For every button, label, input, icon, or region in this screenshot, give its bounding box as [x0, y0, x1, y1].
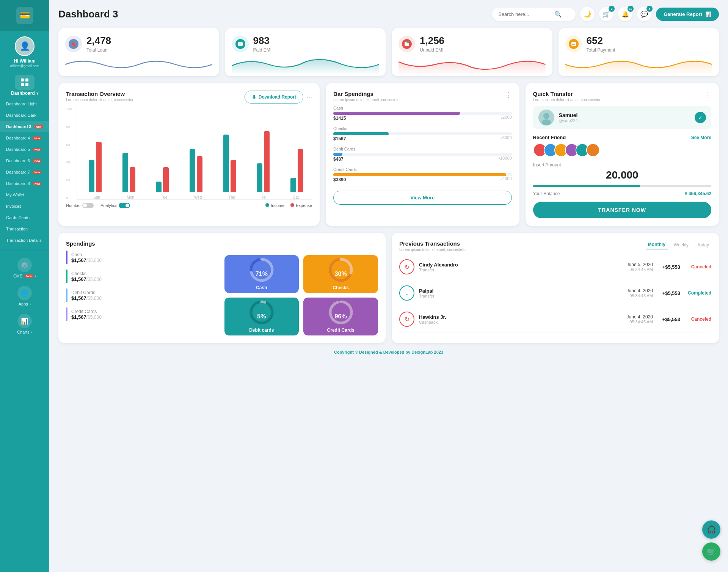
qt-user-handle: @sam224	[559, 118, 578, 123]
stat-card-total-payment: 652 Total Payment	[559, 28, 719, 76]
amount-slider[interactable]	[533, 185, 711, 187]
bar-spending-items: Cash $1415 /2000 Checks $1567 /5000 Debi…	[333, 106, 511, 182]
see-more-link[interactable]: See More	[691, 135, 711, 140]
quick-transfer-card: Quick Transfer Lorem ipsum dolor sit ame…	[526, 83, 719, 226]
tab-today[interactable]: Today	[695, 241, 711, 249]
insert-amount-label: Insert Amount	[533, 162, 711, 168]
dashboard-icon	[15, 75, 35, 90]
paid-emi-value: 983	[253, 35, 272, 47]
cart-button[interactable]: 🛒 2	[599, 7, 613, 21]
sidebar-item-dashboard3[interactable]: Dashboard 3 New	[0, 121, 49, 132]
bell-button[interactable]: 🔔 12	[618, 7, 632, 21]
search-icon: 🔍	[554, 11, 562, 18]
sidebar-item-cms[interactable]: ⚙️ CMS New ›	[0, 254, 49, 282]
unpaid-emi-wave	[399, 54, 546, 75]
spend-bar-item: Debit Cards $1,567/$5,000	[66, 288, 220, 302]
tx-name: Hawkins Jr.	[419, 314, 446, 320]
total-loan-wave	[65, 54, 212, 75]
friend-avatar[interactable]	[586, 143, 600, 157]
search-input[interactable]	[498, 11, 551, 17]
stat-card-paid-emi: 983 Paid EMI	[225, 28, 386, 76]
sidebar-item-cards[interactable]: Cards Center	[0, 212, 49, 223]
transfer-now-button[interactable]: TRANSFER NOW	[533, 202, 711, 218]
footer: Copyright © Designed & Developed by Dexi…	[58, 343, 719, 356]
svg-rect-14	[571, 42, 576, 46]
sidebar-user-section: 👤 Hi,William william@gmail.com	[0, 31, 49, 72]
number-toggle[interactable]	[82, 203, 94, 208]
download-report-button[interactable]: ⬇ Download Report	[245, 91, 303, 103]
tx-amount: +$5,553	[657, 264, 680, 270]
apps-icon: 🌐	[17, 286, 32, 300]
sidebar-item-charts[interactable]: 📊 Charts ›	[0, 310, 49, 338]
paid-emi-label: Paid EMI	[253, 47, 272, 53]
view-more-button[interactable]: View More	[333, 191, 511, 205]
tx-type: Transfer	[419, 268, 458, 272]
sidebar-item-dashboard4[interactable]: Dashboard 4 New	[0, 132, 49, 144]
sidebar-item-dashboard8[interactable]: Dashboard 8 New	[0, 178, 49, 189]
dashboard-label: Dashboard ▾	[11, 91, 38, 96]
generate-report-button[interactable]: Generate Report 📊	[656, 8, 719, 21]
sidebar-item-dashboard6[interactable]: Dashboard 6 New	[0, 155, 49, 166]
spend-bar-item: Checks $1,567/$5,000	[66, 270, 220, 283]
sidebar-item-dashboard-light[interactable]: Dashboard Light	[0, 98, 49, 110]
tx-date-col: June 5, 2020 05:34:45 AM	[627, 262, 653, 272]
sidebar-item-dashboard5[interactable]: Dashboard 5 New	[0, 144, 49, 155]
logo-icon[interactable]: 💳	[16, 7, 33, 24]
bottom-row: Spendings Cash $1,567/$5,000 Checks $1,5…	[58, 233, 719, 343]
tx-name: Paipal	[419, 288, 435, 294]
svg-rect-8	[239, 44, 242, 44]
support-fab[interactable]: 🎧	[702, 520, 720, 539]
main-content: Dashboard 3 🔍 🌙 🛒 2 🔔 12 💬 5 Gen	[49, 0, 728, 572]
cart-icon: 🛒	[602, 11, 610, 18]
spending-item: Credit Cards $3890 /4000	[333, 167, 511, 182]
qt-avatar	[538, 110, 554, 125]
total-loan-label: Total Loan	[86, 47, 111, 53]
spending-item: Checks $1567 /5000	[333, 126, 511, 141]
bar-spendings-menu[interactable]: ⋮	[505, 91, 512, 99]
transaction-overview-menu[interactable]: ···	[306, 93, 312, 101]
tx-icon: ↻	[399, 259, 414, 274]
svg-point-21	[537, 151, 543, 156]
sidebar-logo: 💳	[0, 0, 49, 31]
sidebar-item-dashboard7[interactable]: Dashboard 7 New	[0, 166, 49, 178]
sidebar-item-wallet[interactable]: My Wallet	[0, 189, 49, 201]
sidebar-item-invoices[interactable]: Invoices	[0, 201, 49, 212]
analytics-toggle-label: Analytics	[100, 203, 117, 208]
total-loan-value: 2,478	[86, 35, 111, 47]
moon-icon: 🌙	[584, 11, 591, 18]
tx-status: Canceled	[685, 264, 711, 270]
user-email: william@gmail.com	[10, 64, 39, 68]
page-title: Dashboard 3	[58, 8, 118, 20]
chat-button[interactable]: 💬 5	[637, 7, 651, 21]
recent-friend-row: Recent Friend See More	[533, 135, 711, 140]
amount-value: 20.000	[533, 169, 711, 181]
cart-fab[interactable]: 🛒	[702, 542, 720, 561]
sidebar-item-dashboard-dark[interactable]: Dashboard Dark	[0, 110, 49, 121]
tx-type: Cashback	[419, 320, 446, 324]
sidebar-item-transaction-details[interactable]: Transaction Details	[0, 235, 49, 246]
svg-rect-2	[21, 83, 24, 86]
sidebar-item-transaction[interactable]: Transaction	[0, 223, 49, 235]
moon-button[interactable]: 🌙	[580, 7, 595, 21]
username: Hi,William	[14, 58, 35, 64]
svg-point-23	[548, 147, 552, 151]
tab-monthly[interactable]: Monthly	[646, 240, 668, 249]
quick-transfer-menu[interactable]: ⋮	[704, 91, 711, 99]
avatar: 👤	[15, 36, 35, 56]
chat-badge: 5	[646, 6, 653, 12]
svg-point-26	[559, 147, 563, 151]
svg-point-24	[547, 151, 554, 156]
stat-card-unpaid-emi: ✓ 1,256 Unpaid EMI	[392, 28, 552, 76]
spend-bar-item: Cash $1,567/$5,000	[66, 251, 220, 264]
analytics-toggle[interactable]	[119, 203, 130, 208]
tab-weekly[interactable]: Weekly	[672, 241, 691, 249]
sidebar-item-apps[interactable]: 🌐 Apps ›	[0, 282, 49, 310]
total-payment-value: 652	[587, 35, 615, 47]
unpaid-emi-value: 1,256	[420, 35, 444, 47]
transaction-row: ↓ Paipal Transfer June 4, 2020 05:34:45 …	[399, 280, 711, 306]
qt-user-row: Samuel @sam224 ✓	[533, 106, 711, 129]
qt-user-name: Samuel	[559, 112, 578, 118]
prev-transactions-card: Previous Transactions Lorem ipsum dolor …	[392, 233, 719, 343]
search-box[interactable]: 🔍	[492, 8, 576, 21]
transaction-overview-card: Transaction Overview Lorem ipsum dolor s…	[58, 83, 320, 226]
